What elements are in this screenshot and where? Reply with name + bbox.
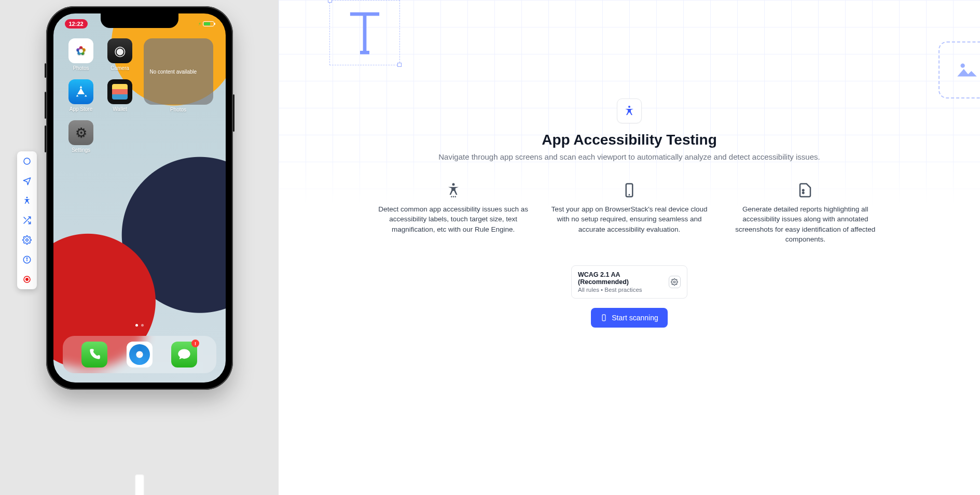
svg-point-1 (26, 197, 28, 199)
dock: ! (63, 336, 216, 373)
photos-widget[interactable]: No content available Photos (144, 38, 213, 105)
svg-point-5 (26, 258, 27, 259)
svg-point-13 (454, 196, 456, 197)
messages-badge: ! (191, 340, 199, 347)
svg-point-11 (451, 196, 452, 197)
charging-icon: ⚡︎ (198, 21, 201, 26)
status-time: 12:22 (65, 19, 88, 29)
scan-config-box: WCAG 2.1 AA (Recommended) All rules • Be… (571, 265, 687, 299)
app-settings[interactable]: ⚙︎Settings (66, 120, 96, 153)
device-toolbar (17, 151, 37, 289)
phone-outline-icon (622, 182, 637, 198)
app-appstore[interactable]: App Store (66, 79, 96, 112)
hero-icon-card (617, 98, 642, 123)
svg-point-17 (803, 192, 804, 194)
phone-screen[interactable]: 12:22 ⚡︎ ✿Photos ◉Camera No content avai… (53, 13, 226, 383)
status-bar: 12:22 ⚡︎ (53, 19, 226, 29)
accessibility-tool-icon[interactable] (20, 194, 34, 207)
dock-safari[interactable] (127, 342, 153, 367)
shuffle-tool-icon[interactable] (20, 214, 34, 227)
accessibility-person-icon (623, 105, 636, 117)
feature-real-device: Test your app on BrowserStack's real dev… (551, 182, 707, 245)
config-rules-label: All rules • Best practices (578, 287, 669, 293)
svg-point-18 (674, 281, 676, 283)
page-indicator[interactable] (135, 324, 144, 327)
feature-reports: Generate detailed reports highlighting a… (727, 182, 884, 245)
navigate-tool-icon[interactable] (20, 174, 34, 188)
settings-tool-icon[interactable] (20, 233, 34, 247)
svg-point-10 (452, 183, 454, 186)
home-apps-grid: ✿Photos ◉Camera No content available Pho… (53, 38, 226, 153)
svg-point-9 (628, 106, 630, 108)
svg-point-8 (961, 64, 965, 68)
circle-tool-icon[interactable] (20, 154, 34, 168)
cable-graphic (135, 474, 144, 495)
app-wallet[interactable]: Wallet (105, 79, 135, 112)
accessibility-panel: App Accessibility Testing Navigate throu… (279, 0, 980, 495)
report-document-icon (797, 182, 813, 198)
app-photos[interactable]: ✿Photos (66, 38, 96, 71)
feature-rule-engine: Detect common app accessibility issues s… (375, 182, 531, 245)
svg-point-2 (26, 239, 29, 242)
record-tool-icon[interactable] (20, 273, 34, 286)
start-scanning-button[interactable]: Start scanning (591, 308, 668, 328)
svg-point-12 (452, 196, 454, 197)
svg-rect-19 (602, 315, 605, 321)
svg-point-0 (24, 158, 30, 164)
device-preview-panel: 12:22 ⚡︎ ✿Photos ◉Camera No content avai… (0, 0, 279, 495)
battery-indicator: ⚡︎ (198, 21, 214, 26)
config-standard-label: WCAG 2.1 AA (Recommended) (578, 271, 669, 286)
page-title: App Accessibility Testing (365, 132, 894, 148)
scan-device-icon (600, 313, 608, 322)
decorative-image-frame (938, 41, 980, 98)
dock-messages[interactable]: ! (171, 342, 197, 367)
feature-row: Detect common app accessibility issues s… (365, 182, 894, 245)
info-tool-icon[interactable] (20, 253, 34, 266)
config-settings-button[interactable] (669, 276, 681, 288)
svg-point-7 (26, 278, 29, 281)
page-subtitle: Navigate through app screens and scan ea… (365, 151, 894, 163)
gear-icon (671, 278, 678, 286)
app-camera[interactable]: ◉Camera (105, 38, 135, 71)
accessibility-figure-icon (446, 182, 461, 198)
image-placeholder-icon (954, 57, 980, 83)
phone-frame: 12:22 ⚡︎ ✿Photos ◉Camera No content avai… (46, 6, 233, 390)
svg-point-16 (803, 190, 804, 191)
dock-phone[interactable] (81, 342, 107, 367)
